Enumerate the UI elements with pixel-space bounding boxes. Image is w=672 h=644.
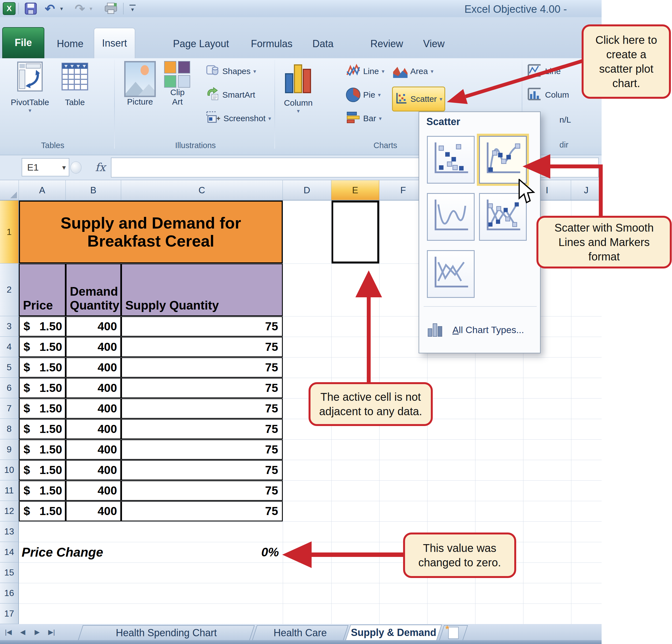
cell-supply[interactable]: 75 <box>121 316 283 337</box>
cell-supply[interactable]: 75 <box>121 337 283 357</box>
scatter-option-straight-lines[interactable] <box>427 250 475 298</box>
cell-price[interactable]: $1.50 <box>19 439 66 460</box>
row-header-10[interactable]: 10 <box>0 460 19 480</box>
tab-file[interactable]: File <box>2 27 44 58</box>
row-header-8[interactable]: 8 <box>0 419 19 439</box>
cell-supply[interactable]: 75 <box>121 460 283 480</box>
row-header-16[interactable]: 16 <box>0 583 19 604</box>
active-cell-e1[interactable] <box>331 201 379 263</box>
cell-demand[interactable]: 400 <box>66 316 121 337</box>
cell-supply[interactable]: 75 <box>121 357 283 378</box>
area-chart-button[interactable]: Area▾ <box>393 64 433 79</box>
cell-price[interactable]: $1.50 <box>19 419 66 439</box>
cell-price[interactable]: $1.50 <box>19 398 66 419</box>
scatter-option-only-markers[interactable] <box>427 136 475 183</box>
row-header-11[interactable]: 11 <box>0 480 19 501</box>
screenshot-button[interactable]: Screenshot▾ <box>206 111 271 126</box>
cell-price[interactable]: $1.50 <box>19 378 66 398</box>
tab-formulas[interactable]: Formulas <box>244 29 299 58</box>
sparkline-column-button[interactable]: Colum <box>527 87 569 102</box>
row-header-4[interactable]: 4 <box>0 337 19 357</box>
cell-demand[interactable]: 400 <box>66 460 121 480</box>
insert-function-icon[interactable]: fx <box>92 159 109 176</box>
cell-demand[interactable]: 400 <box>66 378 121 398</box>
row-header-2[interactable]: 2 <box>0 263 19 316</box>
row-header-9[interactable]: 9 <box>0 439 19 460</box>
cell-demand[interactable]: 400 <box>66 480 121 501</box>
cell-supply[interactable]: 75 <box>121 480 283 501</box>
cell-price[interactable]: $1.50 <box>19 357 66 378</box>
last-sheet-icon[interactable]: ▶| <box>46 626 58 638</box>
tab-insert[interactable]: Insert <box>94 28 135 58</box>
cell-supply[interactable]: 75 <box>121 419 283 439</box>
row-header-6[interactable]: 6 <box>0 378 19 398</box>
pie-chart-button[interactable]: Pie▾ <box>346 87 381 102</box>
column-header-e[interactable]: E <box>331 180 379 201</box>
all-chart-types-item[interactable]: All Chart Types... <box>419 309 541 350</box>
cell-b2-header[interactable]: Demand Quantity <box>66 263 121 316</box>
cell-supply[interactable]: 75 <box>121 378 283 398</box>
sheet-tab-health-care[interactable]: Health Care <box>252 625 348 640</box>
cell-price[interactable]: $1.50 <box>19 501 66 522</box>
row-header-13[interactable]: 13 <box>0 522 19 542</box>
tab-home[interactable]: Home <box>49 29 91 58</box>
cell-supply[interactable]: 75 <box>121 501 283 522</box>
cell-demand[interactable]: 400 <box>66 398 121 419</box>
tab-view[interactable]: View <box>416 29 452 58</box>
name-box-dropdown-icon[interactable]: ▼ <box>61 164 67 171</box>
cell-a2-header[interactable]: Price <box>19 263 66 316</box>
row-header-7[interactable]: 7 <box>0 398 19 419</box>
tab-page-layout[interactable]: Page Layout <box>166 29 236 58</box>
print-icon[interactable] <box>102 2 120 15</box>
select-all-corner[interactable] <box>0 180 19 201</box>
cell-demand[interactable]: 400 <box>66 419 121 439</box>
cell-c2-header[interactable]: Supply Quantity <box>121 263 283 316</box>
cell-demand[interactable]: 400 <box>66 337 121 357</box>
column-header-d[interactable]: D <box>283 180 331 201</box>
clip-art-button[interactable]: Clip Art <box>162 61 193 107</box>
column-header-j[interactable]: J <box>571 180 602 201</box>
column-header-a[interactable]: A <box>19 180 66 201</box>
smartart-button[interactable]: SmartArt <box>206 87 255 102</box>
next-sheet-icon[interactable]: ▶ <box>31 626 43 638</box>
cell-demand[interactable]: 400 <box>66 501 121 522</box>
line-chart-button[interactable]: Line▾ <box>346 64 385 79</box>
sparkline-line-button[interactable]: Line <box>527 64 561 79</box>
scatter-option-straight-lines-markers[interactable] <box>479 193 527 241</box>
scatter-option-smooth-lines-markers[interactable] <box>479 136 527 183</box>
table-button[interactable]: Table <box>57 61 93 107</box>
row-header-15[interactable]: 15 <box>0 562 19 583</box>
scatter-option-smooth-lines[interactable] <box>427 193 475 241</box>
tab-review[interactable]: Review <box>363 29 410 58</box>
column-header-b[interactable]: B <box>66 180 121 201</box>
row-header-14[interactable]: 14 <box>0 542 19 562</box>
cell-supply[interactable]: 75 <box>121 398 283 419</box>
undo-icon[interactable]: ↶ <box>41 2 58 15</box>
tab-data[interactable]: Data <box>306 29 340 58</box>
scatter-chart-button[interactable]: Scatter▾ <box>392 86 445 111</box>
cell-price[interactable]: $1.50 <box>19 337 66 357</box>
formula-bar-divider-nub[interactable] <box>70 162 82 174</box>
pivottable-button[interactable]: PivotTable ▾ <box>8 61 52 114</box>
row-header-17[interactable]: 17 <box>0 604 19 624</box>
price-change-value[interactable]: 0% <box>223 542 283 562</box>
sheet-tab-health-spending-chart[interactable]: Health Spending Chart <box>78 625 255 640</box>
cell-demand[interactable]: 400 <box>66 357 121 378</box>
cell-price[interactable]: $1.50 <box>19 480 66 501</box>
column-chart-button[interactable]: Column ▾ <box>282 60 314 114</box>
sheet-tab-supply-demand[interactable]: Supply & Demand <box>345 624 442 640</box>
first-sheet-icon[interactable]: |◀ <box>2 626 14 638</box>
previous-sheet-icon[interactable]: ◀ <box>17 626 29 638</box>
row-header-3[interactable]: 3 <box>0 316 19 337</box>
cell-demand[interactable]: 400 <box>66 439 121 460</box>
row-header-1[interactable]: 1 <box>0 201 19 263</box>
row-header-5[interactable]: 5 <box>0 357 19 378</box>
row-header-12[interactable]: 12 <box>0 501 19 522</box>
undo-dropdown-icon[interactable]: ▾ <box>59 2 64 15</box>
column-header-c[interactable]: C <box>121 180 283 201</box>
price-change-label[interactable]: Price Change <box>22 542 103 562</box>
cell-price[interactable]: $1.50 <box>19 316 66 337</box>
shapes-button[interactable]: Shapes▾ <box>206 64 256 79</box>
save-icon[interactable] <box>24 2 38 15</box>
cell-price[interactable]: $1.50 <box>19 460 66 480</box>
